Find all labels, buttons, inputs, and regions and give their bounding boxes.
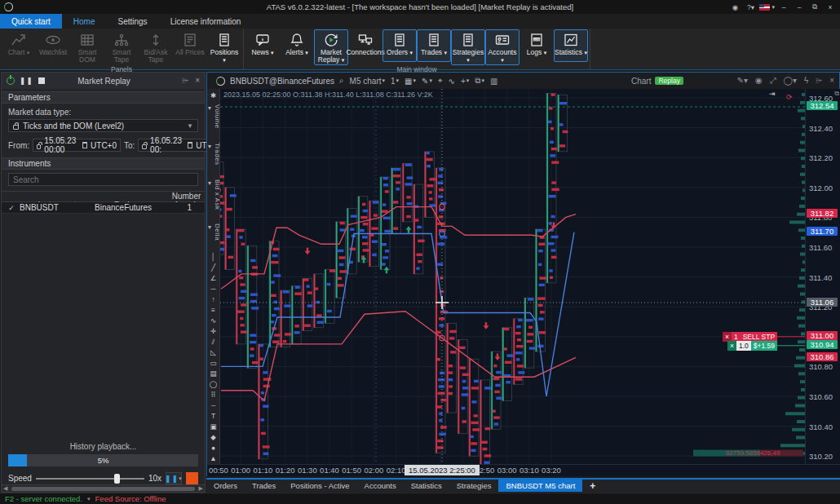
close-icon[interactable]: × <box>829 76 834 86</box>
ribbon-button-smart-tape[interactable]: Smart Tape <box>104 29 139 65</box>
playback-pause-button[interactable]: ❚❚ ▾ <box>166 472 182 484</box>
axis-settings-icon[interactable]: ⧉ <box>834 90 839 98</box>
scroll-left-arrow[interactable]: ◀ <box>2 485 9 492</box>
horizontal-line-tool-icon[interactable]: ─ <box>210 284 215 294</box>
ribbon-button-statistics[interactable]: Statistics ▾ <box>554 29 588 62</box>
profile-tool-icon[interactable]: ▤ <box>210 369 216 379</box>
chart-plot-area[interactable]: 2023.15.05 02:25:00 O:311.38 H:311.40 L:… <box>220 89 805 464</box>
symbol-search-icon[interactable]: ⌕ <box>339 76 344 86</box>
from-date-input[interactable]: 15.05.23 00:00 UTC+0 <box>33 139 121 152</box>
screenshot-icon[interactable]: ◉ <box>728 2 741 12</box>
connection-status[interactable]: F2 - server connected. <box>5 494 82 503</box>
pin-icon[interactable]: ⌲ <box>182 76 188 86</box>
side-tab-volume[interactable]: Volume ▾ <box>206 104 221 136</box>
layout-grid-icon[interactable]: ▦ ▾ <box>405 77 416 86</box>
text-tool-icon[interactable]: T <box>211 411 215 422</box>
bottom-tab-bnbusdt-m5-chart[interactable]: BNBUSDT M5 chart <box>498 480 582 492</box>
calendar-icon[interactable] <box>188 142 193 148</box>
quick-settings-icon[interactable]: ϟ <box>804 76 808 86</box>
bottom-tab-orders[interactable]: Orders <box>206 480 245 492</box>
ribbon-button-logs[interactable]: LOGLogs ▾ <box>519 29 554 62</box>
bottom-tab-positions---active[interactable]: Positions - Active <box>283 480 356 492</box>
row-checkbox[interactable]: ✓ <box>3 204 20 212</box>
bottom-tab-accounts[interactable]: Accounts <box>357 480 404 492</box>
position-label[interactable]: ×1.0$+1.59 <box>727 341 777 351</box>
replay-pause-button[interactable]: ❚❚ <box>20 77 33 85</box>
magnify-icon[interactable]: ⌖ <box>438 76 443 86</box>
instruments-table-header[interactable]: ✓ Instrument Exchange Number of mod... ▼ <box>2 191 205 202</box>
channel-tool-icon[interactable]: ⫽ <box>212 337 215 347</box>
help-icon[interactable]: ?▾ <box>744 2 757 12</box>
ribbon-button-alerts[interactable]: Alerts ▾ <box>280 29 314 62</box>
camera-icon[interactable]: ◉ <box>755 76 763 86</box>
ribbon-button-news[interactable]: News ▾ <box>245 29 280 62</box>
rectangle-tool-icon[interactable]: ▭ <box>210 358 216 369</box>
scrollbar-thumb[interactable] <box>11 487 194 491</box>
side-tab-trades[interactable]: Trades ▾ <box>206 143 221 173</box>
connection-caret-icon[interactable]: ▾ <box>87 496 91 502</box>
ribbon-button-strategies[interactable]: Strategies ▾ <box>451 29 485 65</box>
bottom-tab-statistics[interactable]: Statistics <box>404 480 449 492</box>
speed-slider[interactable] <box>36 478 144 480</box>
cancel-order-icon[interactable]: × <box>727 341 736 351</box>
from-timezone[interactable]: UTC+0 <box>91 141 117 150</box>
ribbon-button-smart-dom[interactable]: Smart DOM <box>70 29 104 65</box>
ribbon-button-bid-ask-tape[interactable]: Bid/Ask Tape <box>139 29 173 65</box>
ribbon-button-positions[interactable]: Positions ▾ <box>207 29 241 65</box>
replay-stop-button[interactable] <box>38 77 45 84</box>
ribbon-button-accounts[interactable]: Accounts ▾ <box>485 29 519 65</box>
bottom-tab-trades[interactable]: Trades <box>245 480 283 492</box>
columns-icon[interactable]: ▥ <box>490 77 497 86</box>
settings-gear-icon[interactable]: ✱ <box>210 91 216 101</box>
ribbon-button-chart[interactable]: Chart ▾ <box>2 29 36 62</box>
shape-icon[interactable]: ◯▾ <box>784 76 797 86</box>
fullscreen-icon[interactable]: ⤢ <box>770 76 776 86</box>
scale-select[interactable]: 1 ▾ <box>391 77 399 86</box>
ruler-tool-icon[interactable]: ≡ <box>211 305 215 316</box>
side-tab-delta[interactable]: Delta ▾ <box>206 223 221 249</box>
ribbon-button-orders[interactable]: Orders ▾ <box>382 29 417 62</box>
vertical-line-tool-icon[interactable]: │ <box>211 252 215 263</box>
trend-line-tool-icon[interactable]: ╱ <box>211 263 215 273</box>
restore-icon[interactable]: ⧉ <box>808 2 821 12</box>
add-icon[interactable]: + ▾ <box>461 77 469 86</box>
time-axis[interactable]: 00:5001:0001:1001:2001:3001:4001:5002:00… <box>207 464 840 476</box>
pin-icon[interactable]: ⌲ <box>816 76 822 86</box>
bottom-tab-strategies[interactable]: Strategies <box>449 480 499 492</box>
playback-stop-button[interactable] <box>186 472 198 484</box>
menu-tab-settings[interactable]: Settings <box>106 14 158 29</box>
timeframe-select[interactable]: M5 chart ▾ <box>350 77 385 86</box>
ribbon-button-connections[interactable]: Connections <box>348 29 382 62</box>
chart-canvas[interactable]: 62759.5856426,49⇥⟳ <box>220 89 805 464</box>
scroll-right-arrow[interactable]: ▶ <box>197 485 205 492</box>
circle-tool-icon[interactable]: ◯ <box>210 379 218 390</box>
draw-icon[interactable]: ✎ ▾ <box>422 77 432 86</box>
speed-slider-knob[interactable] <box>114 474 120 484</box>
ribbon-button-market-replay[interactable]: Market Replay ▾ <box>314 29 348 65</box>
search-input[interactable] <box>9 175 197 184</box>
chart-symbol[interactable]: BNBUSDT@BinanceFutures <box>230 77 334 86</box>
dots-tool-icon[interactable]: ⠿ <box>210 390 215 400</box>
close-icon[interactable]: × <box>195 76 200 86</box>
history-progress-bar[interactable]: 5% <box>8 454 198 466</box>
market-data-type-select[interactable]: Ticks and the DOM (Level2) ▼ <box>8 119 198 132</box>
ribbon-button-all-prices[interactable]: All Prices <box>173 29 207 62</box>
price-axis[interactable]: 312.60312.40312.20312.00311.80311.60311.… <box>805 89 840 464</box>
edit-icon[interactable]: ✎▾ <box>737 76 748 86</box>
side-tab-bid-x-ask[interactable]: Bid x Ask ▾ <box>206 179 221 217</box>
menu-tab-home[interactable]: Home <box>62 14 107 29</box>
indicator-icon[interactable]: ∿ <box>449 77 455 86</box>
minimize-icon[interactable]: – <box>777 2 790 12</box>
language-flag-icon[interactable]: ▾ <box>759 2 775 12</box>
diamond-tool-icon[interactable]: ◆ <box>210 432 216 443</box>
instrument-search[interactable] <box>8 173 198 186</box>
calendar-icon[interactable] <box>82 142 87 148</box>
angle-tool-icon[interactable]: ∠ <box>210 273 217 284</box>
arrow-tool-icon[interactable]: ↑ <box>211 294 214 305</box>
crosshair-tool-icon[interactable]: ✛ <box>210 326 216 337</box>
menu-tab-quick-start[interactable]: Quick start <box>0 14 62 29</box>
triangle-tool-icon[interactable]: ◺ <box>210 347 216 358</box>
ribbon-button-watchlist[interactable]: Watchlist <box>36 29 70 62</box>
close-icon[interactable]: × <box>824 2 837 12</box>
polyline-tool-icon[interactable]: ∿ <box>210 316 216 326</box>
